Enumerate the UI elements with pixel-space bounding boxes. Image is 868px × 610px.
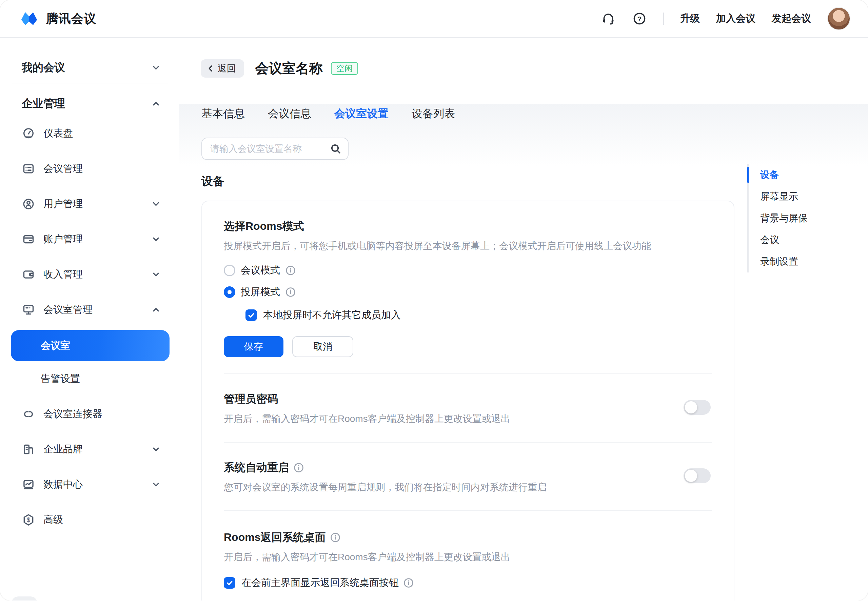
building-icon [22,443,35,456]
auto-restart-toggle-off[interactable] [684,468,711,483]
start-meeting-link[interactable]: 发起会议 [772,12,811,25]
sidebar-subitem-alert-settings[interactable]: 告警设置 [11,365,169,392]
anchor-device[interactable]: 设备 [749,164,808,186]
admin-password-title: 管理员密码 [224,392,712,407]
info-icon[interactable] [403,578,414,588]
chevron-up-icon [152,306,160,314]
save-button[interactable]: 保存 [224,336,284,357]
cancel-button[interactable]: 取消 [292,336,353,357]
back-button[interactable]: 返回 [201,59,244,77]
settings-search [202,138,349,160]
info-icon[interactable] [330,533,340,543]
back-to-desktop-desc: 开启后，需输入密码才可在Rooms客户端及控制器上更改设置或退出 [224,550,712,564]
sidebar-item-advanced[interactable]: $ 高级 [11,503,169,536]
tab-room-settings[interactable]: 会议室设置 [334,107,389,125]
sidebar: 我的会议 企业管理 仪表盘 [0,38,179,601]
sidebar-item-data-center[interactable]: 数据中心 [11,468,169,501]
sidebar-group-my-meetings[interactable]: 我的会议 [11,54,169,81]
sidebar-item-enterprise-brand[interactable]: 企业品牌 [11,433,169,466]
chevron-down-icon [152,235,160,243]
wallet-icon [22,268,35,281]
back-to-desktop-title: Rooms返回系统桌面 [224,530,712,545]
info-icon[interactable] [285,287,296,297]
sidebar-collapse-button[interactable] [11,596,37,601]
headset-support-icon[interactable] [601,11,616,26]
brand-name: 腾讯会议 [46,11,96,27]
info-icon[interactable] [294,463,304,473]
admin-password-toggle-off[interactable] [684,400,711,415]
tab-device-list[interactable]: 设备列表 [412,107,455,125]
tencent-meeting-logo-icon [19,8,39,29]
brand: 腾讯会议 [19,8,96,29]
sidebar-item-user-management[interactable]: 用户管理 [11,188,169,220]
radio-unselected[interactable] [224,265,235,276]
search-icon[interactable] [330,143,341,154]
app-window: 腾讯会议 ? 升级 加入会议 发起会议 [0,0,868,601]
avatar[interactable] [827,7,850,30]
radio-selected[interactable] [224,286,235,298]
admin-password-desc: 开启后，需输入密码才可在Rooms客户端及控制器上更改设置或退出 [224,412,712,426]
device-settings-card: 选择Rooms模式 投屏模式开启后，可将您手机或电脑等内容投屏至本设备屏幕上；会… [202,201,735,601]
checkbox-show-desktop-button[interactable]: 在会前主界面显示返回系统桌面按钮 [224,573,712,592]
chart-monitor-icon [22,478,35,491]
status-badge: 空闲 [331,62,358,75]
anchor-background-screensaver[interactable]: 背景与屏保 [749,207,808,229]
rooms-mode-title: 选择Rooms模式 [224,219,712,234]
upgrade-link[interactable]: 升级 [680,12,700,25]
auto-restart-title: 系统自动重启 [224,460,712,475]
radio-meeting-mode[interactable]: 会议模式 [224,261,712,280]
sidebar-item-room-connector[interactable]: 会议室连接器 [11,398,169,430]
chevron-down-icon [152,480,160,489]
auto-restart-desc: 您可对会议室的系统设置每周重启规则，我们将在指定时间内对系统进行重启 [224,480,712,494]
chevron-down-icon [152,445,160,454]
link-icon [22,407,35,421]
svg-text:?: ? [637,15,642,23]
gauge-icon [22,127,35,140]
settings-anchor-nav: 设备 屏幕显示 背景与屏保 会议 录制设置 [747,164,808,272]
checkbox-local-cast-no-join[interactable]: 本地投屏时不允许其它成员加入 [245,306,712,325]
tab-basic-info[interactable]: 基本信息 [202,107,245,125]
admin-password-section: 管理员密码 开启后，需输入密码才可在Rooms客户端及控制器上更改设置或退出 [202,374,734,442]
checkbox-require-admin-password[interactable]: 返回系统桌面时需要输入管理员密码 [224,598,712,601]
anchor-recording-settings[interactable]: 录制设置 [749,251,808,272]
checkbox-checked[interactable] [224,577,235,589]
user-icon [22,197,35,211]
chevron-left-icon [207,65,214,72]
back-to-desktop-section: Rooms返回系统桌面 开启后，需输入密码才可在Rooms客户端及控制器上更改设… [202,511,734,601]
sidebar-item-income-management[interactable]: 收入管理 [11,258,169,291]
join-meeting-link[interactable]: 加入会议 [716,12,755,25]
chevron-down-icon [152,64,160,72]
section-title-device: 设备 [202,173,225,189]
anchor-meeting[interactable]: 会议 [749,229,808,251]
hexagon-dollar-icon: $ [22,513,35,526]
sidebar-item-account-management[interactable]: 账户管理 [11,223,169,255]
rooms-display-icon [22,303,35,316]
rooms-mode-desc: 投屏模式开启后，可将您手机或电脑等内容投屏至本设备屏幕上；会议模式开启后可使用线… [224,239,712,253]
sidebar-item-meeting-management[interactable]: 会议管理 [11,153,169,185]
checkbox-checked[interactable] [245,310,257,321]
chevron-down-icon [152,200,160,208]
topbar-divider [663,12,664,25]
anchor-screen-display[interactable]: 屏幕显示 [749,186,808,207]
radio-cast-mode[interactable]: 投屏模式 [224,283,712,302]
sidebar-divider [12,83,168,84]
rooms-mode-section: 选择Rooms模式 投屏模式开启后，可将您手机或电脑等内容投屏至本设备屏幕上；会… [202,201,734,373]
help-icon[interactable]: ? [632,11,647,26]
svg-text:$: $ [27,517,30,523]
page-title: 会议室名称 [255,59,323,77]
settings-search-input[interactable] [210,144,330,154]
chevron-up-icon [152,100,160,108]
auto-restart-section: 系统自动重启 您可对会议室的系统设置每周重启规则，我们将在指定时间内对系统进行重… [202,443,734,510]
sidebar-subitem-meeting-rooms[interactable]: 会议室 [11,330,169,361]
tab-bar: 基本信息 会议信息 会议室设置 设备列表 [202,107,455,125]
main-content: 返回 会议室名称 空闲 基本信息 会议信息 会议室设置 设备列表 [179,38,868,601]
tab-meeting-info[interactable]: 会议信息 [268,107,311,125]
list-panel-icon [22,162,35,175]
chevron-down-icon [152,271,160,279]
bank-card-icon [22,232,35,246]
sidebar-item-dashboard[interactable]: 仪表盘 [11,117,169,150]
sidebar-item-rooms-management[interactable]: 会议室管理 [11,294,169,326]
info-icon[interactable] [285,265,296,276]
topbar: 腾讯会议 ? 升级 加入会议 发起会议 [0,0,868,38]
sidebar-group-org-admin[interactable]: 企业管理 [11,90,169,117]
